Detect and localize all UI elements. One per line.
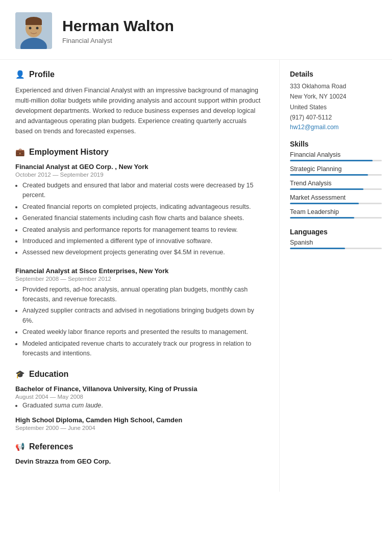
skill-label: Strategic Planning <box>290 165 382 173</box>
job-bullet: Created budgets and ensured that labor a… <box>22 181 264 201</box>
employment-title: 💼 Employment History <box>15 148 264 158</box>
jobs-container: Financial Analyst at GEO Corp. , New Yor… <box>15 163 264 358</box>
skill-label: Trend Analysis <box>290 180 382 187</box>
job-bullet: Generated financial statements including… <box>22 213 264 223</box>
edu-bullets: Graduated suma cum laude. <box>15 402 264 409</box>
language-item: Spanish <box>290 239 382 249</box>
skills-container: Financial AnalysisStrategic PlanningTren… <box>290 151 382 219</box>
profile-title: 👤 Profile <box>15 70 264 80</box>
skill-bar <box>290 160 382 161</box>
job-entry: Financial Analyst at GEO Corp. , New Yor… <box>15 163 264 258</box>
job-dates: October 2012 — September 2019 <box>15 172 264 178</box>
skill-fill <box>290 188 363 190</box>
education-entry: Bachelor of Finance, Villanova Universit… <box>15 385 264 409</box>
job-dates: September 2008 — September 2012 <box>15 276 264 282</box>
job-bullet: Modeled anticipated revenue charts to ac… <box>22 339 264 359</box>
education-entry: High School Diploma, Camden High School,… <box>15 416 264 431</box>
employment-icon: 💼 <box>15 148 25 157</box>
job-bullet: Analyzed supplier contracts and advised … <box>22 306 264 326</box>
edu-bullet: Graduated suma cum laude. <box>22 402 264 409</box>
education-container: Bachelor of Finance, Villanova Universit… <box>15 385 264 431</box>
svg-point-6 <box>29 27 32 30</box>
skills-title: Skills <box>290 140 382 148</box>
job-bullets: Created budgets and ensured that labor a… <box>15 181 264 258</box>
job-title: Financial Analyst at GEO Corp. , New Yor… <box>15 163 264 171</box>
skill-fill <box>290 174 368 176</box>
language-fill <box>290 248 345 249</box>
references-section: 📢 References Devin Strazza from GEO Corp… <box>15 442 264 465</box>
resume: Herman Walton Financial Analyst 👤 Profil… <box>0 0 392 492</box>
details-section: Details 333 Oklahoma Road New York, NY 1… <box>290 70 382 131</box>
skill-bar <box>290 217 382 219</box>
avatar <box>15 12 52 49</box>
skill-fill <box>290 217 354 219</box>
languages-section: Languages Spanish <box>290 228 382 249</box>
address1: 333 Oklahoma Road <box>290 81 382 91</box>
skill-item: Market Assessment <box>290 194 382 204</box>
references-icon: 📢 <box>15 442 25 451</box>
job-bullet: Created financial reports on completed p… <box>22 202 264 212</box>
candidate-name: Herman Walton <box>62 17 377 35</box>
skill-label: Market Assessment <box>290 194 382 201</box>
reference-name: Devin Strazza from GEO Corp. <box>15 457 264 465</box>
phone: (917) 407-5112 <box>290 112 382 123</box>
details-title: Details <box>290 70 382 78</box>
edu-title: High School Diploma, Camden High School,… <box>15 416 264 424</box>
skill-item: Trend Analysis <box>290 180 382 190</box>
svg-point-7 <box>36 27 39 30</box>
profile-section: 👤 Profile Experienced and driven Financi… <box>15 70 264 136</box>
skill-label: Team Leadership <box>290 208 382 215</box>
skill-bar <box>290 174 382 176</box>
skill-item: Team Leadership <box>290 208 382 219</box>
main-body: 👤 Profile Experienced and driven Financi… <box>0 60 392 492</box>
skill-fill <box>290 160 373 161</box>
skill-label: Financial Analysis <box>290 151 382 158</box>
left-column: 👤 Profile Experienced and driven Financi… <box>0 60 280 492</box>
skill-item: Financial Analysis <box>290 151 382 161</box>
email-link[interactable]: hw12@gmail.com <box>290 124 339 131</box>
job-bullet: Introduced and implemented a different t… <box>22 236 264 246</box>
edu-title: Bachelor of Finance, Villanova Universit… <box>15 385 264 393</box>
header-info: Herman Walton Financial Analyst <box>62 17 377 44</box>
job-bullet: Provided reports, ad-hoc analysis, annua… <box>22 285 264 305</box>
skills-section: Skills Financial AnalysisStrategic Plann… <box>290 140 382 219</box>
right-column: Details 333 Oklahoma Road New York, NY 1… <box>280 60 392 492</box>
job-bullet: Created analysis and performance reports… <box>22 225 264 235</box>
skill-fill <box>290 203 359 204</box>
skill-bar <box>290 203 382 204</box>
edu-dates: August 2004 — May 2008 <box>15 394 264 400</box>
job-bullets: Provided reports, ad-hoc analysis, annua… <box>15 285 264 359</box>
country: United States <box>290 102 382 112</box>
skill-item: Strategic Planning <box>290 165 382 176</box>
job-entry: Financial Analyst at Sisco Enterprises, … <box>15 267 264 359</box>
languages-title: Languages <box>290 228 382 236</box>
edu-dates: September 2000 — June 2004 <box>15 425 264 431</box>
profile-icon: 👤 <box>15 70 25 79</box>
education-title: 🎓 Education <box>15 370 264 380</box>
resume-header: Herman Walton Financial Analyst <box>0 0 392 60</box>
job-bullet: Created weekly labor finance reports and… <box>22 327 264 337</box>
profile-text: Experienced and driven Financial Analyst… <box>15 85 264 136</box>
address2: New York, NY 10024 <box>290 91 382 102</box>
references-container: Devin Strazza from GEO Corp. <box>15 457 264 465</box>
languages-container: Spanish <box>290 239 382 249</box>
education-icon: 🎓 <box>15 370 25 379</box>
job-bullet: Assessed new development projects genera… <box>22 248 264 257</box>
language-bar <box>290 248 382 249</box>
language-label: Spanish <box>290 239 382 246</box>
candidate-title: Financial Analyst <box>62 37 377 44</box>
job-title: Financial Analyst at Sisco Enterprises, … <box>15 267 264 275</box>
skill-bar <box>290 188 382 190</box>
employment-section: 💼 Employment History Financial Analyst a… <box>15 148 264 358</box>
education-section: 🎓 Education Bachelor of Finance, Villano… <box>15 370 264 431</box>
svg-rect-5 <box>26 21 42 25</box>
references-title: 📢 References <box>15 442 264 452</box>
